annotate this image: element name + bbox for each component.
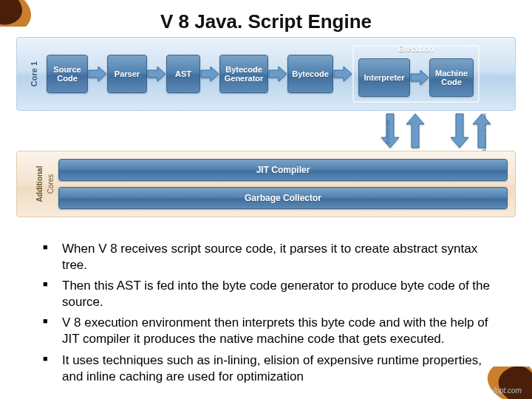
bullet-item: V 8 execution environment then interpret… <box>43 315 502 347</box>
execution-label: Execution <box>354 45 478 53</box>
stage-parser: Parser <box>107 55 147 93</box>
cores-label: Cores <box>47 174 55 194</box>
arrow-right-icon <box>147 65 166 83</box>
bullet-item: It uses techniques such as in-lining, el… <box>43 352 502 385</box>
v8-diagram: Core 1 Source Code Parser AST Bytecode G… <box>16 37 516 217</box>
execution-group: Execution Interpreter Machine Code <box>352 45 480 103</box>
garbage-collector-bar: Garbage Collector <box>58 187 508 209</box>
vertical-arrows: Bytecode Machine Code <box>361 111 494 151</box>
core1-row: Core 1 Source Code Parser AST Bytecode G… <box>16 37 516 111</box>
arrow-right-icon <box>88 65 107 83</box>
stage-bytecode: Bytecode <box>287 55 333 93</box>
stage-machine-code: Machine Code <box>429 58 474 97</box>
bullet-list: When V 8 receives script source code, it… <box>43 241 502 389</box>
stage-source-code: Source Code <box>47 55 88 93</box>
arrow-right-icon <box>333 65 352 83</box>
arrow-up-icon <box>405 112 426 149</box>
arrow-right-icon <box>410 69 429 86</box>
jit-compiler-bar: JIT Compiler <box>58 159 508 181</box>
slide-title: V 8 Java. Script Engine <box>0 0 532 33</box>
stage-ast: AST <box>166 55 200 93</box>
stage-interpreter: Interpreter <box>358 58 410 97</box>
arrow-right-icon <box>268 65 287 83</box>
arrow-up-icon <box>471 112 492 149</box>
bullet-item: When V 8 receives script source code, it… <box>43 241 502 273</box>
arrow-caption-bytecode: Bytecode <box>384 120 391 144</box>
arrow-right-icon <box>200 65 219 83</box>
additional-cores-row: Additional Cores JIT Compiler Garbage Co… <box>16 151 516 217</box>
watermark: fppt.com <box>494 386 522 395</box>
bullet-item: Then this AST is fed into the byte code … <box>43 278 502 310</box>
core1-label: Core 1 <box>30 61 38 86</box>
arrow-down-icon <box>449 112 470 149</box>
decor-top-left <box>0 0 44 27</box>
additional-label: Additional <box>35 166 44 202</box>
stage-bytecode-gen: Bytecode Generator <box>219 55 268 93</box>
